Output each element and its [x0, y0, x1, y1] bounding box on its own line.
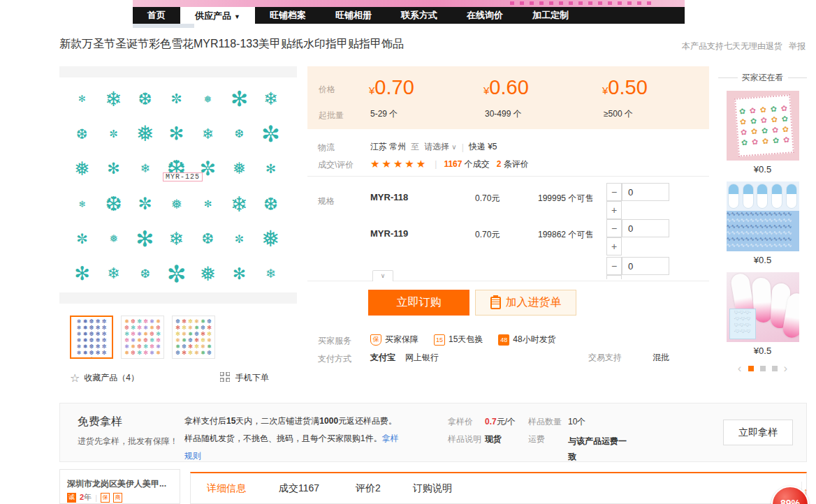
product-image: ♡ᐧ♡ᐧ♡ᐧᐧ♡ᐧ♡ᐧ♡♡ᐧ♡ᐧ♡ᐧᐧ♡ᐧ♡ᐧ♡: [727, 272, 799, 342]
snowflake-pattern: ✻❄❆✼❅✻❄❆✼❅✻❄❆✼❅✻❄❆✼❅✻❄❆✼❅✻❄❆✼❅✻❄❆✼❅✻❄❆✼❅…: [66, 82, 290, 291]
report-link[interactable]: 举报: [789, 40, 806, 52]
sample-qty-label: 样品数量: [528, 416, 562, 428]
product-price: ¥0.5: [718, 346, 807, 356]
plus-button[interactable]: +: [606, 237, 622, 255]
plus-button[interactable]: +: [606, 275, 622, 279]
sku-name: MYR-118: [370, 192, 408, 202]
product-price: ¥0.5: [718, 164, 807, 175]
product-main-image[interactable]: ✻❄❆✼❅✻❄❆✼❅✻❄❆✼❅✻❄❆✼❅✻❄❆✼❅✻❄❆✼❅✻❄❆✼❅✻❄❆✼❅…: [59, 66, 297, 304]
payment-row: 支付宝 网上银行 交易支持 混批: [370, 352, 669, 364]
also-viewing-panel: 买家还在看 ✿✿✿✿✿✿✿✿✿✿✿✿✿✿✿✿✿✿✿✿ ¥0.5 ∿∿∿∿∿∿∿∿…: [718, 66, 807, 373]
shop-badges: 诚 2年 | 保 商: [67, 492, 122, 503]
sample-note-label: 样品说明: [448, 433, 481, 445]
tab-detail-info[interactable]: 详细信息: [207, 482, 246, 495]
express-fee: 快递 ¥5: [469, 141, 497, 153]
service-15day: 1515天包换: [434, 334, 483, 346]
get-sample-button[interactable]: 立即拿样: [723, 420, 793, 445]
star-rating-icons: ★★★★★: [370, 158, 428, 170]
sample-price-value: 0.7元/个: [485, 416, 516, 428]
detail-tabs: 详细信息 成交1167 评价2 订购说明: [190, 472, 807, 504]
tab-reviews[interactable]: 评价2: [356, 482, 381, 495]
sku-price: 0.70元: [475, 229, 500, 241]
divider: |: [435, 159, 437, 169]
also-viewing-item-3[interactable]: ♡ᐧ♡ᐧ♡ᐧᐧ♡ᐧ♡ᐧ♡♡ᐧ♡ᐧ♡ᐧᐧ♡ᐧ♡ᐧ♡ ¥0.5: [718, 272, 807, 356]
favorite-label[interactable]: 收藏产品（4）: [84, 372, 139, 384]
integrity-badge-icon: 诚: [67, 493, 76, 503]
clock-48-icon: 48: [498, 334, 509, 346]
prev-arrow-icon[interactable]: ‹: [738, 364, 742, 373]
clipboard-icon: [490, 297, 501, 309]
quantity-input[interactable]: [622, 219, 669, 237]
price-tier-3: ¥0.50: [602, 76, 648, 99]
quantity-input[interactable]: [622, 257, 669, 275]
trade-support-label: 交易支持: [588, 352, 622, 364]
free-sample-description: 拿样支付后15天内，二次店铺进货满1000元返还样品费。样品随机发货，不挑色、挑…: [184, 413, 401, 465]
favorite-star-icon[interactable]: ☆: [70, 371, 80, 385]
sku-stock: 199995 个可售: [538, 193, 593, 205]
next-arrow-icon[interactable]: ›: [784, 364, 788, 373]
price-tier-2: ¥0.60: [483, 76, 529, 99]
thumbnail-1[interactable]: ❄❅❆✻✼❄❅❆✻✼❄❅❆✻✼❄❅❆✻✼❄❅❆✻✼❄❅❆✻✼❄❅❆✻✼❄: [70, 316, 113, 359]
nav-item-shop-profile[interactable]: 旺铺档案: [255, 7, 321, 24]
trade-badge-icon: 商: [113, 493, 122, 503]
origin-location: 江苏 常州: [370, 141, 406, 153]
thumbnail-3[interactable]: ❆✻✼❄❅❆✻✼❄❅❆✻✼❄❅❆✻✼❄❅❆✻✼❄❅❆✻✼❄❅❆✻✼❄❅❆: [172, 316, 215, 359]
product-image: ∿∿∿∿∿∿∿∿∿∿∿∿∿∿∿∿∿∿∿∿∿∿∿∿∿∿∿∿∿∿∿∿∿∿∿∿∿∿∿∿…: [727, 181, 799, 251]
divider: |: [462, 142, 464, 152]
logistics-row: 江苏 常州 至 请选择∨ | 快递 ¥5: [370, 141, 497, 153]
tab-deals[interactable]: 成交1167: [279, 482, 319, 495]
quantity-input[interactable]: [622, 183, 669, 201]
add-to-cart-button[interactable]: 加入进货单: [475, 290, 576, 316]
sample-price-label: 拿样价: [448, 416, 473, 428]
minus-button[interactable]: −: [606, 183, 622, 201]
deals-count[interactable]: 1167 个成交: [444, 158, 489, 170]
pager-dot-3[interactable]: [772, 366, 778, 371]
logistics-label: 物流: [318, 142, 335, 154]
service-48h: 4848小时发货: [498, 334, 555, 346]
shop-years: 2年: [80, 492, 92, 503]
moq-label: 起批量: [319, 110, 344, 121]
price-label: 价格: [319, 84, 335, 96]
divider: [307, 176, 709, 177]
nav-item-inquiry[interactable]: 在线询价: [452, 7, 518, 24]
free-sample-box: 免费拿样 进货先拿样，批发有保障！ 拿样支付后15天内，二次店铺进货满1000元…: [59, 403, 807, 462]
nav-sub-strip: [133, 24, 194, 28]
tab-order-notes[interactable]: 订购说明: [413, 482, 452, 495]
also-viewing-header: 买家还在看: [718, 72, 807, 84]
minus-button[interactable]: −: [606, 219, 622, 237]
shop-card: 深圳市龙岗区美伊人美甲... 诚 2年 | 保 商: [59, 469, 180, 504]
chevron-down-icon: ∨: [451, 143, 456, 151]
destination-select[interactable]: 请选择∨: [424, 141, 456, 153]
also-viewing-item-1[interactable]: ✿✿✿✿✿✿✿✿✿✿✿✿✿✿✿✿✿✿✿✿ ¥0.5: [718, 91, 807, 175]
moq-tier-3: ≥500 个: [604, 108, 633, 120]
pager-dot-2[interactable]: [760, 366, 766, 371]
nav-item-home[interactable]: 首页: [133, 7, 180, 24]
order-now-button[interactable]: 立即订购: [368, 290, 469, 316]
product-title: 新款万圣节圣诞节彩色雪花MYR118-133美甲贴纸水印指甲贴指甲饰品: [59, 37, 590, 52]
moq-tier-2: 30-499 个: [485, 108, 522, 120]
service-guarantee: 保买家保障: [370, 334, 418, 346]
buyer-service-label: 买家服务: [318, 335, 351, 347]
sample-qty-value: 10个: [568, 416, 585, 428]
rating-label: 成交\评价: [318, 159, 354, 171]
photo-edge-top: [59, 66, 297, 77]
nav-item-shop-album[interactable]: 旺铺相册: [321, 7, 386, 24]
also-viewing-item-2[interactable]: ∿∿∿∿∿∿∿∿∿∿∿∿∿∿∿∿∿∿∿∿∿∿∿∿∿∿∿∿∿∿∿∿∿∿∿∿∿∿∿∿…: [718, 181, 807, 265]
sku-row-2: MYR-119 0.70元 199862 个可售 − +: [307, 216, 709, 253]
reviews-count[interactable]: 2 条评价: [497, 158, 529, 170]
nav-item-custom[interactable]: 加工定制: [518, 7, 583, 24]
payment-label: 支付方式: [318, 353, 351, 365]
mobile-order-label[interactable]: 手机下单: [235, 372, 269, 384]
top-nav: 首页 供应产品▼ 旺铺档案 旺铺相册 联系方式 在线询价 加工定制: [133, 7, 685, 24]
rating-row: ★★★★★ | 1167 个成交 2 条评价: [370, 158, 529, 170]
minus-button[interactable]: −: [606, 257, 622, 275]
nav-item-contact[interactable]: 联系方式: [386, 7, 452, 24]
sku-list: MYR-118 0.70元 199995 个可售 − + MYR-119 0.7…: [307, 180, 709, 279]
pager-dot-1[interactable]: [748, 366, 754, 371]
back-to-top-arrow-icon[interactable]: ↑: [803, 486, 808, 496]
return-policy-note: 本产品支持七天无理由退货: [682, 40, 782, 52]
shop-name[interactable]: 深圳市龙岗区美伊人美甲...: [67, 478, 166, 490]
expand-sku-button[interactable]: ∨: [372, 270, 393, 281]
thumbnail-2[interactable]: ❅❆✻✼❄❅❆✻✼❄❅❆✻✼❄❅❆✻✼❄❅❆✻✼❄❅❆✻✼❄❅❆✻✼❄❅: [121, 316, 164, 359]
price-tier-1: ¥0.70: [369, 76, 414, 99]
